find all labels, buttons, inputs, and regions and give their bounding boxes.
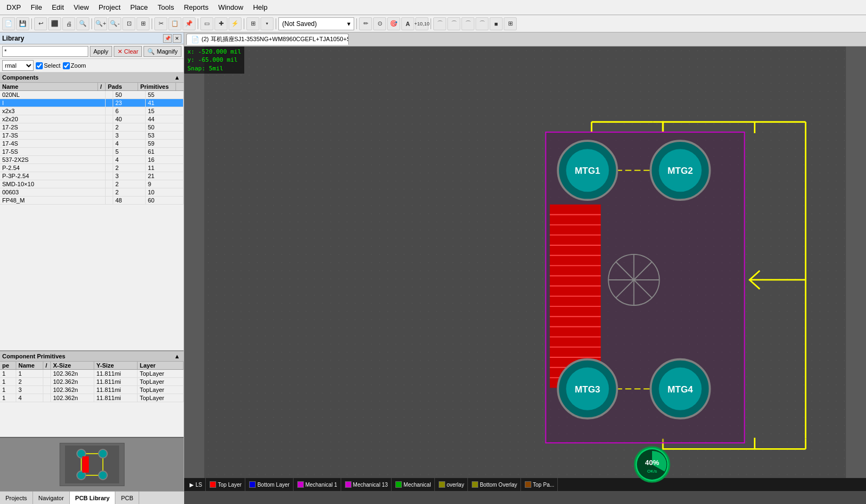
tb-arc3-btn[interactable]: ⌒ bbox=[461, 17, 474, 30]
component-row[interactable]: 17-3S 3 53 bbox=[0, 132, 184, 140]
mtg2-label: MTG2 bbox=[668, 166, 693, 176]
tab-projects[interactable]: Projects bbox=[0, 492, 33, 504]
prim-name: 3 bbox=[16, 386, 43, 394]
tb-route-btn[interactable]: ⚡ bbox=[229, 17, 242, 30]
tb-arc4-btn[interactable]: ⌒ bbox=[476, 17, 489, 30]
mtg3-label: MTG3 bbox=[575, 384, 600, 395]
tb-cross-btn[interactable]: ✚ bbox=[214, 17, 227, 30]
select-checkbox-label[interactable]: Select bbox=[36, 62, 61, 69]
thumbnail-area bbox=[0, 437, 184, 491]
menu-view[interactable]: View bbox=[69, 2, 93, 12]
tb-target-btn[interactable]: 🎯 bbox=[387, 17, 400, 30]
tb-zoom-out-btn[interactable]: 🔍- bbox=[108, 17, 121, 30]
component-row[interactable]: x2x20 40 44 bbox=[0, 115, 184, 123]
component-row[interactable]: x2x3 6 15 bbox=[0, 107, 184, 115]
zoom-checkbox[interactable] bbox=[63, 62, 70, 69]
components-expand-btn[interactable]: ▲ bbox=[173, 73, 181, 82]
component-row[interactable]: 17-5S 5 61 bbox=[0, 148, 184, 156]
tab-navigator[interactable]: Navigator bbox=[33, 492, 70, 504]
clear-button[interactable]: ✕ Clear bbox=[114, 46, 142, 57]
search-input[interactable] bbox=[2, 46, 88, 57]
primitive-row[interactable]: 1 3 102.362n 11.811mi TopLayer bbox=[0, 386, 184, 394]
component-row[interactable]: P-3P-2.54 3 21 bbox=[0, 172, 184, 180]
primitive-row[interactable]: 1 1 102.362n 11.811mi TopLayer bbox=[0, 370, 184, 378]
tb-circle-btn[interactable]: ⊙ bbox=[373, 17, 386, 30]
pcb-canvas-area[interactable]: 📄 (2) 耳机插座SJ1-3535NG+WM8960CGEFL+TJA1050… bbox=[184, 32, 866, 491]
td-comp-pads: 4 bbox=[113, 140, 146, 147]
primitive-row[interactable]: 1 4 102.362n 11.811mi TopLayer bbox=[0, 394, 184, 402]
component-row[interactable]: 17-2S 2 50 bbox=[0, 123, 184, 132]
tb-grid2-btn[interactable]: ⊞ bbox=[504, 17, 517, 30]
mech-label: Mechanical bbox=[403, 482, 431, 488]
tb-zoom-in-btn[interactable]: 🔍+ bbox=[94, 17, 107, 30]
prim-xsize: 102.362n bbox=[51, 386, 94, 394]
component-row[interactable]: FP48_M 48 60 bbox=[0, 197, 184, 205]
menu-dxp[interactable]: DXP bbox=[2, 2, 25, 12]
tab-pcb-library[interactable]: PCB Library bbox=[70, 492, 116, 504]
primitive-row[interactable]: 1 2 102.362n 11.811mi TopLayer bbox=[0, 378, 184, 386]
td-comp-name: SMD-10×10 bbox=[0, 180, 106, 188]
panel-pin-btn[interactable]: 📌 bbox=[163, 34, 172, 43]
layer-mech1[interactable]: Mechanical 1 bbox=[294, 478, 341, 491]
tb-pen-btn[interactable]: ✏ bbox=[359, 17, 372, 30]
tb-paste-btn[interactable]: 📌 bbox=[183, 17, 196, 30]
component-row[interactable]: P-2.54 2 11 bbox=[0, 164, 184, 172]
tb-print-btn[interactable]: 🖨 bbox=[62, 17, 75, 30]
tb-number-btn[interactable]: +10,10 bbox=[415, 17, 428, 30]
apply-button[interactable]: Apply bbox=[90, 46, 113, 57]
layer-top[interactable]: Top Layer bbox=[206, 478, 245, 491]
magnify-button[interactable]: 🔍 Magnify bbox=[144, 46, 181, 57]
component-row[interactable]: 17-4S 4 59 bbox=[0, 140, 184, 148]
tab-pcb[interactable]: PCB bbox=[115, 492, 139, 504]
tb-notsaved-dropdown[interactable]: (Not Saved) ▾ bbox=[278, 17, 354, 30]
layer-mech[interactable]: Mechanical bbox=[392, 478, 435, 491]
zoom-checkbox-label[interactable]: Zoom bbox=[63, 62, 86, 69]
tb-rect-btn[interactable]: ▭ bbox=[200, 17, 213, 30]
tb-arc2-btn[interactable]: ⌒ bbox=[447, 17, 460, 30]
menu-tools[interactable]: Tools bbox=[153, 2, 178, 12]
tb-arc1-btn[interactable]: ⌒ bbox=[433, 17, 446, 30]
component-row[interactable]: 00603 2 10 bbox=[0, 188, 184, 197]
menu-file[interactable]: File bbox=[27, 2, 47, 12]
td-comp-name: 17-5S bbox=[0, 148, 106, 155]
layer-bottom[interactable]: Bottom Layer bbox=[246, 478, 293, 491]
tb-redo-btn[interactable]: ⬛ bbox=[48, 17, 61, 30]
layer-top-pa[interactable]: Top Pa... bbox=[522, 478, 558, 491]
layer-ls[interactable]: ▶ LS bbox=[186, 478, 206, 491]
menu-help[interactable]: Help bbox=[249, 2, 272, 12]
primitives-expand-btn[interactable]: ▲ bbox=[173, 352, 181, 361]
layer-mech13[interactable]: Mechanical 13 bbox=[342, 478, 392, 491]
tb-cut-btn[interactable]: ✂ bbox=[154, 17, 167, 30]
menu-reports[interactable]: Reports bbox=[179, 2, 213, 12]
layer-overlay[interactable]: overlay bbox=[435, 478, 468, 491]
layer-bottom-overlay[interactable]: Bottom Overlay bbox=[468, 478, 521, 491]
tb-zoom-fit-btn[interactable]: ⊡ bbox=[122, 17, 135, 30]
menu-project[interactable]: Project bbox=[94, 2, 125, 12]
select-checkbox[interactable] bbox=[36, 62, 43, 69]
tb-grid-dropdown[interactable]: ▾ bbox=[261, 17, 274, 30]
component-row[interactable]: SMD-10×10 2 9 bbox=[0, 180, 184, 188]
menu-place[interactable]: Place bbox=[126, 2, 153, 12]
tb-square-btn[interactable]: ■ bbox=[490, 17, 503, 30]
prim-sort bbox=[43, 394, 51, 402]
pcb-svg[interactable]: MTG1 MTG2 MTG3 MTG4 bbox=[184, 47, 866, 478]
tb-search-btn[interactable]: 🔍 bbox=[76, 17, 89, 30]
td-comp-sort bbox=[106, 140, 113, 147]
tb-grid-btn[interactable]: ⊞ bbox=[246, 17, 259, 30]
tb-copy-btn[interactable]: 📋 bbox=[168, 17, 181, 30]
coord-y: y: -65.000 mil bbox=[187, 56, 241, 64]
menu-window[interactable]: Window bbox=[214, 2, 248, 12]
component-row[interactable]: 537-2X2S 4 16 bbox=[0, 156, 184, 164]
tb-save-btn[interactable]: 💾 bbox=[16, 17, 29, 30]
component-row[interactable]: 020NL 50 55 bbox=[0, 91, 184, 99]
panel-close-btn[interactable]: ✕ bbox=[173, 34, 181, 43]
pcb-active-tab[interactable]: 📄 (2) 耳机插座SJ1-3535NG+WM8960CGEFL+TJA1050… bbox=[186, 34, 349, 45]
tb-zoom-sel-btn[interactable]: ⊞ bbox=[136, 17, 149, 30]
component-row[interactable]: I 23 41 bbox=[0, 99, 184, 107]
filter-select[interactable]: rmal Normal bbox=[2, 60, 34, 71]
menu-edit[interactable]: Edit bbox=[48, 2, 68, 12]
tb-text-btn[interactable]: A bbox=[401, 17, 414, 30]
tb-new-btn[interactable]: 📄 bbox=[2, 17, 15, 30]
td-comp-prims: 10 bbox=[146, 188, 184, 196]
tb-undo-btn[interactable]: ↩ bbox=[34, 17, 47, 30]
